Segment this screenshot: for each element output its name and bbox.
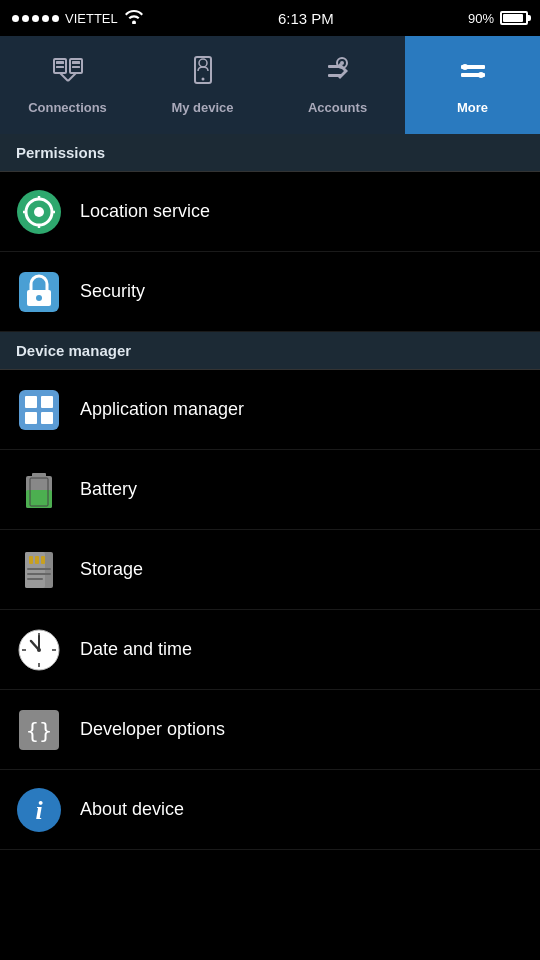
svg-point-14 <box>340 61 344 65</box>
svg-text:i: i <box>35 796 43 825</box>
permissions-header: Permissions <box>0 134 540 172</box>
list-item-location[interactable]: Location service <box>0 172 540 252</box>
appmanager-label: Application manager <box>80 399 244 420</box>
datetime-icon <box>16 627 62 673</box>
accounts-label: Accounts <box>308 100 367 115</box>
signal-dots <box>12 15 59 22</box>
location-label: Location service <box>80 201 210 222</box>
svg-point-21 <box>34 207 44 217</box>
accounts-icon <box>320 53 356 94</box>
svg-rect-2 <box>56 66 64 68</box>
tab-accounts[interactable]: Accounts <box>270 36 405 134</box>
list-item-appmanager[interactable]: Application manager <box>0 370 540 450</box>
svg-point-9 <box>201 77 204 80</box>
list-item-about[interactable]: i About device <box>0 770 540 850</box>
status-left: VIETTEL <box>12 8 144 28</box>
battery-percent: 90% <box>468 11 494 26</box>
svg-rect-29 <box>19 390 59 430</box>
location-icon <box>16 189 62 235</box>
about-label: About device <box>80 799 184 820</box>
tab-bar: Connections My device Accounts <box>0 36 540 134</box>
battery-icon <box>500 11 528 25</box>
svg-rect-44 <box>27 573 51 575</box>
svg-point-54 <box>37 648 41 652</box>
svg-rect-5 <box>72 66 80 68</box>
connections-icon <box>50 53 86 94</box>
list-item-security[interactable]: Security <box>0 252 540 332</box>
list-item-datetime[interactable]: Date and time <box>0 610 540 690</box>
svg-point-17 <box>462 64 468 70</box>
time-display: 6:13 PM <box>278 10 334 27</box>
list-item-storage[interactable]: Storage <box>0 530 540 610</box>
svg-point-18 <box>478 72 484 78</box>
svg-rect-42 <box>41 556 45 564</box>
mydevice-icon <box>185 53 221 94</box>
tab-mydevice[interactable]: My device <box>135 36 270 134</box>
battery-item-icon <box>16 467 62 513</box>
developer-label: Developer options <box>80 719 225 740</box>
status-bar: VIETTEL 6:13 PM 90% <box>0 0 540 36</box>
svg-rect-43 <box>27 568 51 570</box>
svg-rect-4 <box>72 61 80 64</box>
svg-rect-36 <box>32 473 46 478</box>
list-item-developer[interactable]: {} Developer options <box>0 690 540 770</box>
svg-rect-41 <box>35 556 39 564</box>
battery-label: Battery <box>80 479 137 500</box>
about-icon: i <box>16 787 62 833</box>
list-item-battery[interactable]: Battery <box>0 450 540 530</box>
svg-rect-33 <box>41 412 53 424</box>
appmanager-icon <box>16 387 62 433</box>
svg-point-28 <box>36 295 42 301</box>
svg-rect-31 <box>41 396 53 408</box>
svg-rect-32 <box>25 412 37 424</box>
svg-point-10 <box>199 59 207 67</box>
mydevice-label: My device <box>171 100 233 115</box>
svg-rect-40 <box>29 556 33 564</box>
connections-label: Connections <box>28 100 107 115</box>
svg-line-6 <box>60 73 68 81</box>
more-icon <box>455 53 491 94</box>
svg-rect-1 <box>56 61 64 64</box>
svg-text:{}: {} <box>26 718 53 743</box>
more-label: More <box>457 100 488 115</box>
tab-more[interactable]: More <box>405 36 540 134</box>
security-icon <box>16 269 62 315</box>
carrier-label: VIETTEL <box>65 11 118 26</box>
tab-connections[interactable]: Connections <box>0 36 135 134</box>
wifi-icon <box>124 8 144 28</box>
svg-rect-30 <box>25 396 37 408</box>
svg-rect-12 <box>328 74 342 77</box>
device-manager-header: Device manager <box>0 332 540 370</box>
status-right: 90% <box>468 11 528 26</box>
datetime-label: Date and time <box>80 639 192 660</box>
developer-icon: {} <box>16 707 62 753</box>
storage-label: Storage <box>80 559 143 580</box>
security-label: Security <box>80 281 145 302</box>
storage-icon <box>16 547 62 593</box>
svg-rect-45 <box>27 578 43 580</box>
svg-line-7 <box>68 73 76 81</box>
